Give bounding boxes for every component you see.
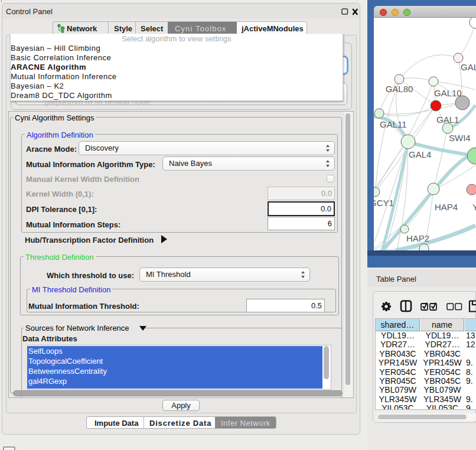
svg-text:GCY1: GCY1 [374,198,394,208]
svg-text:GAL: GAL [461,62,476,72]
svg-text:GAL4: GAL4 [409,149,431,159]
svg-text:GAL11: GAL11 [380,119,407,129]
svg-text:HAP2: HAP2 [406,233,429,243]
svg-text:Y: Y [472,202,476,212]
svg-text:SWI4: SWI4 [449,133,471,143]
svg-text:GAL1: GAL1 [436,115,459,125]
svg-text:GAL80: GAL80 [386,84,413,94]
svg-text:GAL10: GAL10 [434,88,462,98]
svg-text:HAP4: HAP4 [435,202,458,212]
